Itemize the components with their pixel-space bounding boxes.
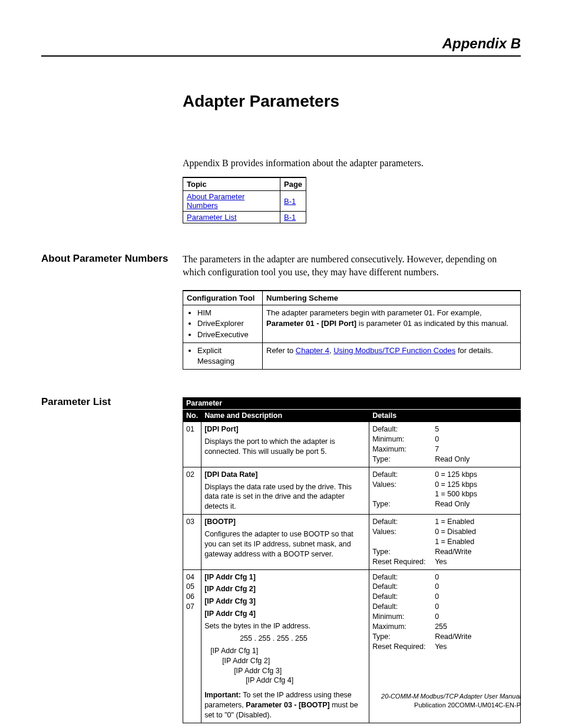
page-link[interactable]: B-1 bbox=[284, 197, 296, 206]
details-header: Details bbox=[369, 410, 521, 422]
important-label: Important: bbox=[204, 691, 241, 699]
detail-label: Minimum: bbox=[372, 434, 431, 444]
param-name: [IP Addr Cfg 2] bbox=[204, 584, 366, 594]
detail-label: Default: bbox=[372, 602, 431, 612]
param-name: [BOOTP] bbox=[204, 517, 366, 527]
page-link[interactable]: B-1 bbox=[284, 213, 296, 222]
detail-label: Default: bbox=[372, 517, 431, 527]
detail-label: Reset Required: bbox=[372, 642, 431, 652]
section-heading-paramlist: Parameter List bbox=[41, 396, 183, 408]
param-no: 05 bbox=[186, 582, 198, 592]
detail-value: Read/Write bbox=[435, 632, 517, 642]
detail-value: 0 bbox=[435, 434, 517, 444]
detail-label: Maximum: bbox=[372, 622, 431, 632]
ip-label: [IP Addr Cfg 3] bbox=[234, 666, 366, 676]
param-desc: Displays the data rate used by the drive… bbox=[204, 482, 366, 512]
chapter-link[interactable]: Chapter 4 bbox=[296, 346, 329, 355]
detail-value: 5 bbox=[435, 424, 517, 434]
detail-value: 0 bbox=[435, 592, 517, 602]
section-heading-about: About Parameter Numbers bbox=[41, 253, 183, 265]
config-tool-header: Configuration Tool bbox=[183, 291, 263, 305]
about-parameter-numbers-section: About Parameter Numbers The parameters i… bbox=[41, 253, 521, 370]
scheme-text: The adapter parameters begin with parame… bbox=[266, 308, 482, 317]
detail-label: Default: bbox=[372, 572, 431, 582]
detail-value: 255 bbox=[435, 622, 517, 632]
table-row: 01 [DPI Port] Displays the port to which… bbox=[183, 422, 521, 467]
topic-link[interactable]: About Parameter Numbers bbox=[187, 192, 244, 210]
param-no: 02 bbox=[183, 467, 201, 515]
detail-label: Default: bbox=[372, 582, 431, 592]
page-footer: 20-COMM-M Modbus/TCP Adapter User Manual… bbox=[381, 692, 521, 709]
detail-value: 0 bbox=[435, 602, 517, 612]
parameter-table: Parameter No. Name and Description Detai… bbox=[183, 397, 521, 723]
detail-label bbox=[372, 537, 431, 547]
param-desc: Displays the port to which the adapter i… bbox=[204, 437, 366, 457]
detail-label: Values: bbox=[372, 480, 431, 490]
function-codes-link[interactable]: Using Modbus/TCP Function Codes bbox=[333, 346, 455, 355]
numbering-scheme-header: Numbering Scheme bbox=[263, 291, 521, 305]
detail-label: Type: bbox=[372, 632, 431, 642]
param-no: 04 bbox=[186, 572, 198, 582]
detail-value: 0 bbox=[435, 582, 517, 592]
parameter-list-section: Parameter List Parameter No. Name and De… bbox=[41, 396, 521, 723]
ip-label: [IP Addr Cfg 4] bbox=[246, 676, 366, 686]
detail-value: 1 = Enabled bbox=[435, 517, 517, 527]
detail-value: Yes bbox=[435, 557, 517, 567]
tool-item: DriveExecutive bbox=[197, 330, 259, 340]
param-no: 07 bbox=[186, 602, 198, 612]
detail-label: Default: bbox=[372, 470, 431, 480]
page-title: Adapter Parameters bbox=[183, 92, 521, 111]
detail-value: 0 bbox=[435, 572, 517, 582]
param-no: 03 bbox=[183, 515, 201, 569]
scheme-text: is parameter 01 as indicated by this man… bbox=[356, 319, 508, 328]
detail-label: Default: bbox=[372, 592, 431, 602]
no-header: No. bbox=[183, 410, 201, 422]
topic-link[interactable]: Parameter List bbox=[187, 213, 237, 222]
detail-value: Yes bbox=[435, 642, 517, 652]
important-bold: Parameter 03 - [BOOTP] bbox=[246, 701, 329, 709]
detail-label: Type: bbox=[372, 547, 431, 557]
intro-text: Appendix B provides information about th… bbox=[183, 158, 521, 169]
table-row: 03 [BOOTP] Configures the adapter to use… bbox=[183, 515, 521, 569]
detail-value: 0 = Disabled bbox=[435, 527, 517, 537]
detail-label: Values: bbox=[372, 527, 431, 537]
detail-label: Minimum: bbox=[372, 612, 431, 622]
scheme-text: for details. bbox=[455, 346, 493, 355]
detail-value: 0 bbox=[435, 612, 517, 622]
about-body-text: The parameters in the adapter are number… bbox=[183, 253, 521, 278]
param-name: [DPI Port] bbox=[204, 424, 366, 434]
table-row: 02 [DPI Data Rate] Displays the data rat… bbox=[183, 467, 521, 515]
detail-value: 0 = 125 kbps bbox=[435, 470, 517, 480]
param-name: [DPI Data Rate] bbox=[204, 470, 366, 480]
scheme-bold: Parameter 01 - [DPI Port] bbox=[266, 319, 356, 328]
ip-example: 255 . 255 . 255 . 255 bbox=[240, 634, 366, 644]
detail-value: 1 = Enabled bbox=[435, 537, 517, 547]
detail-label: Default: bbox=[372, 424, 431, 434]
detail-label bbox=[372, 489, 431, 499]
publication-id: Publication 20COMM-UM014C-EN-P bbox=[381, 701, 521, 709]
appendix-header: Appendix B bbox=[41, 35, 521, 57]
detail-label: Maximum: bbox=[372, 444, 431, 454]
param-name: [IP Addr Cfg 4] bbox=[204, 609, 366, 619]
detail-label: Reset Required: bbox=[372, 557, 431, 567]
detail-label: Type: bbox=[372, 499, 431, 509]
name-header: Name and Description bbox=[201, 410, 369, 422]
topic-page-table: Topic Page About Parameter Numbers B-1 P… bbox=[183, 177, 306, 223]
tool-item: DriveExplorer bbox=[197, 318, 259, 329]
topic-header: Topic bbox=[183, 177, 280, 191]
detail-label: Type: bbox=[372, 454, 431, 465]
param-desc: Sets the bytes in the IP address. bbox=[204, 621, 366, 631]
manual-name: 20-COMM-M Modbus/TCP Adapter User Manual bbox=[381, 692, 521, 700]
param-desc: Configures the adapter to use BOOTP so t… bbox=[204, 529, 366, 559]
configuration-tool-table: Configuration Tool Numbering Scheme HIM … bbox=[183, 290, 521, 370]
ip-label: [IP Addr Cfg 1] bbox=[210, 646, 366, 656]
param-name: [IP Addr Cfg 3] bbox=[204, 597, 366, 607]
param-name: [IP Addr Cfg 1] bbox=[204, 572, 366, 582]
detail-value: 1 = 500 kbps bbox=[435, 489, 517, 499]
page-header: Page bbox=[280, 177, 306, 191]
tool-item: Explicit Messaging bbox=[197, 345, 259, 367]
detail-value: Read Only bbox=[435, 499, 517, 509]
spacer-header bbox=[369, 397, 521, 410]
param-no: 01 bbox=[183, 422, 201, 467]
param-group-header: Parameter bbox=[183, 397, 369, 410]
